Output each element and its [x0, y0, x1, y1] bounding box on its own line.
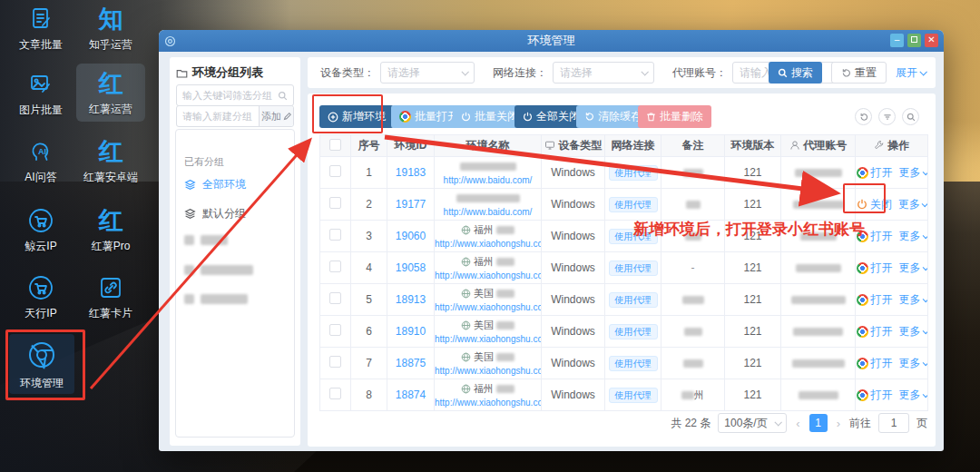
more-button[interactable]: 更多: [898, 197, 926, 212]
env-url-link[interactable]: http://www.baidu.com/: [435, 206, 541, 218]
env-url-link[interactable]: http://www.baidu.com/: [435, 174, 541, 186]
more-button[interactable]: 更多: [899, 165, 927, 181]
network-tag: 使用代理: [609, 229, 658, 244]
minimize-button[interactable]: –: [890, 34, 904, 47]
maximize-button[interactable]: [907, 34, 921, 47]
desktop-icon-jingyun-ip[interactable]: 鲸云IP: [6, 205, 75, 254]
more-button[interactable]: 更多: [899, 324, 927, 339]
open-env-button[interactable]: 打开: [857, 324, 893, 339]
group-search-placeholder: 输入关键词筛选分组: [182, 89, 272, 103]
redacted-remark: [685, 232, 701, 241]
group-item-all-envs[interactable]: 全部环境: [184, 177, 246, 192]
refresh-button[interactable]: [855, 108, 872, 125]
open-env-button[interactable]: 打开: [857, 229, 893, 244]
goto-page-input[interactable]: 1: [878, 413, 909, 433]
open-env-button[interactable]: 打开: [857, 292, 893, 308]
env-id-link[interactable]: 19177: [396, 198, 426, 211]
more-button[interactable]: 更多: [899, 356, 927, 371]
desktop-icon-hongshu-card[interactable]: 红薯卡片: [76, 272, 145, 321]
page-number-button[interactable]: 1: [809, 414, 828, 432]
env-url-link[interactable]: http://www.xiaohongshu.com: [435, 270, 541, 281]
group-item-redacted[interactable]: [184, 235, 228, 245]
chrome-icon: [857, 231, 868, 242]
desktop-icon-zhihu[interactable]: 知 知乎运营: [76, 4, 145, 53]
group-list-box: 已有分组 全部环境 默认分组: [175, 129, 295, 438]
env-url-link[interactable]: http://www.xiaohongshu.com: [435, 365, 541, 377]
next-page-button[interactable]: ›: [835, 417, 842, 430]
reset-button[interactable]: 重置: [831, 62, 887, 84]
row-checkbox[interactable]: [329, 292, 341, 304]
row-checkbox[interactable]: [329, 261, 341, 272]
network-select[interactable]: 请选择: [553, 62, 654, 84]
batch-delete-button[interactable]: 批量删除: [638, 105, 711, 128]
plus-circle-icon: [328, 112, 338, 123]
chrome-icon: [857, 167, 868, 179]
env-manager-window: 环境管理 – ✕ 环境分组列表 输入关键词筛选分组 请输入新建分组 添加: [159, 30, 944, 451]
open-env-button[interactable]: 打开: [857, 261, 893, 276]
env-url-link[interactable]: http://www.xiaohongshu.com: [435, 238, 541, 250]
group-item-redacted[interactable]: [184, 265, 253, 275]
env-id-link[interactable]: 19058: [396, 261, 426, 274]
group-panel: 环境分组列表 输入关键词筛选分组 请输入新建分组 添加 已有分组 全部环境: [170, 57, 300, 446]
desktop-icon-env-manager[interactable]: 环境管理: [9, 334, 74, 394]
env-url-link[interactable]: http://www.xiaohongshu.com: [435, 333, 541, 345]
close-env-button[interactable]: 关闭: [857, 197, 892, 212]
env-id-link[interactable]: 19183: [396, 166, 426, 179]
chevron-down-icon: [922, 296, 927, 302]
open-env-button[interactable]: 打开: [857, 388, 893, 403]
row-checkbox[interactable]: [329, 229, 341, 241]
group-search-input[interactable]: 输入关键词筛选分组: [176, 84, 294, 106]
close-button[interactable]: ✕: [925, 34, 938, 47]
desktop-icon-hongshu-android[interactable]: 红 红薯安卓端: [76, 136, 145, 185]
desktop-icon-hongshu-ops[interactable]: 红 红薯运营: [76, 64, 145, 122]
desktop-icon-image-batch[interactable]: 图片批量: [6, 69, 75, 118]
open-env-button[interactable]: 打开: [857, 356, 893, 371]
chrome-icon: [9, 339, 74, 374]
table-search-button[interactable]: [902, 108, 919, 125]
redacted-env-name: [460, 162, 516, 171]
row-checkbox[interactable]: [329, 356, 341, 368]
desktop-icon-article-batch[interactable]: 文章批量: [6, 4, 75, 53]
power-icon: [523, 112, 533, 122]
desktop-icon-tianxing-ip[interactable]: 天行IP: [6, 272, 75, 321]
clear-icon: [584, 112, 594, 122]
env-id-link[interactable]: 18913: [396, 293, 426, 306]
add-env-button[interactable]: 新增环境: [319, 105, 394, 128]
open-env-button[interactable]: 打开: [857, 165, 893, 181]
env-url-link[interactable]: http://www.xiaohongshu.com: [435, 301, 541, 313]
row-checkbox[interactable]: [329, 197, 341, 209]
prev-page-button[interactable]: ‹: [794, 417, 801, 430]
add-group-button[interactable]: 添加: [259, 106, 293, 126]
device-type-select[interactable]: 请选择: [380, 62, 475, 84]
env-id-link[interactable]: 18875: [396, 357, 426, 369]
page-size-select[interactable]: 100条/页: [718, 413, 787, 433]
row-checkbox[interactable]: [329, 324, 341, 336]
column-settings-button[interactable]: [878, 108, 896, 125]
desktop-icon-hongshu-pro[interactable]: 红 红薯Pro: [76, 205, 145, 254]
new-group-input[interactable]: 请输入新建分组 添加: [176, 105, 294, 127]
row-checkbox[interactable]: [329, 165, 341, 177]
row-checkbox[interactable]: [329, 388, 341, 399]
env-id-link[interactable]: 18874: [396, 388, 426, 401]
redacted-env-name: [496, 226, 514, 234]
table-row: 2 19177 http://www.baidu.com/ Windows 使用…: [320, 189, 928, 221]
more-button[interactable]: 更多: [899, 292, 927, 308]
search-button[interactable]: 搜索: [769, 62, 822, 84]
expand-link[interactable]: 展开: [896, 65, 926, 81]
group-item-redacted[interactable]: [184, 294, 248, 304]
window-titlebar[interactable]: 环境管理 – ✕: [159, 30, 944, 52]
group-item-default[interactable]: 默认分组: [184, 206, 246, 221]
redacted-proxy: [791, 296, 846, 304]
desktop-icon-ai-qa[interactable]: AI AI问答: [6, 136, 75, 185]
env-url-link[interactable]: http://www.xiaohongshu.com/: [435, 397, 541, 408]
more-button[interactable]: 更多: [899, 261, 927, 276]
chrome-icon: [857, 326, 868, 338]
monitor-icon: [544, 140, 555, 151]
env-id-link[interactable]: 18910: [396, 325, 426, 338]
select-all-checkbox[interactable]: [329, 139, 341, 151]
zhihu-glyph-icon: 知: [76, 4, 145, 34]
redacted-remark: [682, 296, 704, 304]
env-id-link[interactable]: 19060: [396, 230, 426, 242]
more-button[interactable]: 更多: [899, 229, 927, 244]
more-button[interactable]: 更多: [899, 388, 927, 403]
